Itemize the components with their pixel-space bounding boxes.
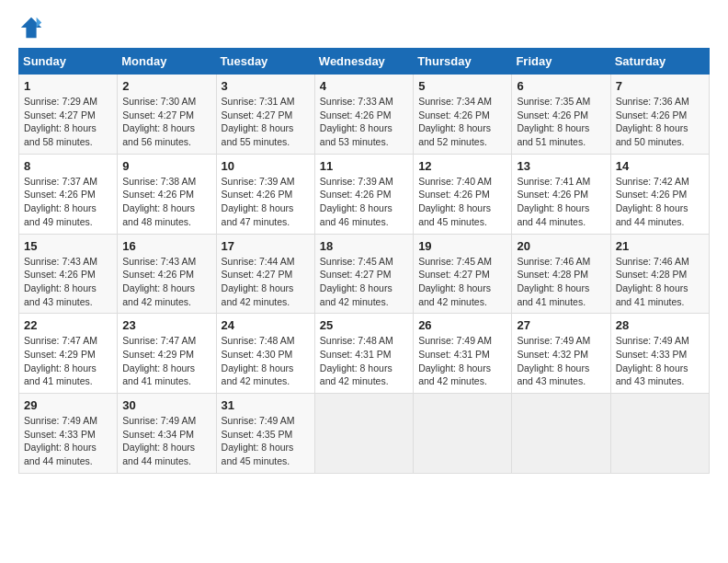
day-sunset: Sunset: 4:29 PM [122, 349, 194, 360]
day-daylight: Daylight: 8 hours and 41 minutes. [616, 282, 688, 307]
day-sunset: Sunset: 4:26 PM [517, 189, 588, 200]
day-daylight: Daylight: 8 hours and 41 minutes. [122, 362, 195, 387]
calendar-cell: 30 Sunrise: 7:49 AM Sunset: 4:34 PM Dayl… [118, 394, 216, 474]
calendar-cell: 29 Sunrise: 7:49 AM Sunset: 4:33 PM Dayl… [19, 394, 118, 474]
week-row-5: 29 Sunrise: 7:49 AM Sunset: 4:33 PM Dayl… [19, 394, 710, 474]
days-of-week-row: SundayMondayTuesdayWednesdayThursdayFrid… [19, 49, 710, 75]
day-number: 27 [517, 318, 605, 332]
day-sunrise: Sunrise: 7:49 AM [222, 415, 295, 426]
day-daylight: Daylight: 8 hours and 42 minutes. [222, 362, 294, 387]
day-sunset: Sunset: 4:26 PM [616, 109, 688, 121]
day-sunrise: Sunrise: 7:49 AM [616, 335, 689, 346]
day-number: 31 [222, 398, 310, 412]
calendar-cell: 19 Sunrise: 7:45 AM Sunset: 4:27 PM Dayl… [414, 234, 512, 314]
day-sunrise: Sunrise: 7:31 AM [222, 96, 295, 107]
calendar-cell: 12 Sunrise: 7:40 AM Sunset: 4:26 PM Dayl… [414, 154, 512, 234]
calendar-cell: 11 Sunrise: 7:39 AM Sunset: 4:26 PM Dayl… [314, 154, 413, 234]
day-number: 13 [517, 159, 605, 173]
day-sunset: Sunset: 4:34 PM [122, 429, 194, 440]
day-sunrise: Sunrise: 7:48 AM [222, 335, 295, 346]
day-daylight: Daylight: 8 hours and 48 minutes. [122, 202, 195, 227]
calendar-table: SundayMondayTuesdayWednesdayThursdayFrid… [18, 48, 710, 474]
day-sunset: Sunset: 4:29 PM [24, 349, 96, 360]
day-daylight: Daylight: 8 hours and 49 minutes. [24, 202, 97, 227]
day-sunset: Sunset: 4:28 PM [517, 269, 588, 280]
day-number: 19 [418, 239, 506, 253]
day-daylight: Daylight: 8 hours and 43 minutes. [24, 282, 97, 307]
day-sunrise: Sunrise: 7:30 AM [122, 96, 196, 107]
day-number: 30 [122, 398, 210, 412]
day-daylight: Daylight: 8 hours and 42 minutes. [418, 282, 491, 307]
calendar-cell: 10 Sunrise: 7:39 AM Sunset: 4:26 PM Dayl… [216, 154, 314, 234]
day-daylight: Daylight: 8 hours and 42 minutes. [222, 282, 294, 307]
day-number: 21 [616, 239, 704, 253]
week-row-2: 8 Sunrise: 7:37 AM Sunset: 4:26 PM Dayli… [19, 154, 710, 234]
day-number: 24 [222, 318, 310, 332]
day-sunset: Sunset: 4:31 PM [320, 349, 392, 360]
day-sunrise: Sunrise: 7:49 AM [418, 335, 492, 346]
day-number: 9 [122, 159, 210, 173]
day-sunset: Sunset: 4:31 PM [418, 349, 490, 360]
day-sunset: Sunset: 4:27 PM [222, 109, 293, 121]
day-daylight: Daylight: 8 hours and 47 minutes. [222, 202, 294, 227]
day-sunset: Sunset: 4:26 PM [616, 189, 688, 200]
day-daylight: Daylight: 8 hours and 55 minutes. [222, 122, 294, 147]
day-sunrise: Sunrise: 7:33 AM [320, 96, 393, 107]
calendar-cell: 31 Sunrise: 7:49 AM Sunset: 4:35 PM Dayl… [216, 394, 314, 474]
calendar-cell: 3 Sunrise: 7:31 AM Sunset: 4:27 PM Dayli… [216, 75, 314, 155]
day-daylight: Daylight: 8 hours and 44 minutes. [122, 442, 195, 466]
day-sunrise: Sunrise: 7:29 AM [24, 96, 97, 107]
day-sunset: Sunset: 4:27 PM [24, 109, 96, 121]
calendar-cell: 20 Sunrise: 7:46 AM Sunset: 4:28 PM Dayl… [512, 234, 610, 314]
day-daylight: Daylight: 8 hours and 41 minutes. [24, 362, 97, 387]
day-sunrise: Sunrise: 7:47 AM [122, 335, 196, 346]
day-number: 14 [616, 159, 704, 173]
day-daylight: Daylight: 8 hours and 41 minutes. [517, 282, 589, 307]
day-daylight: Daylight: 8 hours and 42 minutes. [418, 362, 491, 387]
calendar-cell: 27 Sunrise: 7:49 AM Sunset: 4:32 PM Dayl… [512, 314, 610, 394]
day-sunrise: Sunrise: 7:46 AM [517, 256, 590, 267]
dow-header-sunday: Sunday [19, 49, 118, 75]
dow-header-wednesday: Wednesday [314, 49, 413, 75]
day-sunset: Sunset: 4:26 PM [222, 189, 293, 200]
day-number: 29 [24, 398, 112, 412]
day-number: 6 [517, 79, 605, 93]
day-daylight: Daylight: 8 hours and 50 minutes. [616, 122, 688, 147]
calendar-cell [414, 394, 512, 474]
day-daylight: Daylight: 8 hours and 44 minutes. [517, 202, 589, 227]
dow-header-tuesday: Tuesday [216, 49, 314, 75]
week-row-3: 15 Sunrise: 7:43 AM Sunset: 4:26 PM Dayl… [19, 234, 710, 314]
day-daylight: Daylight: 8 hours and 58 minutes. [24, 122, 97, 147]
day-daylight: Daylight: 8 hours and 46 minutes. [320, 202, 392, 227]
calendar-cell: 13 Sunrise: 7:41 AM Sunset: 4:26 PM Dayl… [512, 154, 610, 234]
day-sunrise: Sunrise: 7:36 AM [616, 96, 689, 107]
day-daylight: Daylight: 8 hours and 44 minutes. [24, 442, 97, 466]
calendar-cell: 16 Sunrise: 7:43 AM Sunset: 4:26 PM Dayl… [118, 234, 216, 314]
day-sunset: Sunset: 4:28 PM [616, 269, 688, 280]
page-header [18, 15, 710, 40]
calendar-cell: 9 Sunrise: 7:38 AM Sunset: 4:26 PM Dayli… [118, 154, 216, 234]
day-number: 15 [24, 239, 112, 253]
calendar-cell: 25 Sunrise: 7:48 AM Sunset: 4:31 PM Dayl… [314, 314, 413, 394]
day-number: 25 [320, 318, 408, 332]
calendar-cell: 23 Sunrise: 7:47 AM Sunset: 4:29 PM Dayl… [118, 314, 216, 394]
calendar-cell: 21 Sunrise: 7:46 AM Sunset: 4:28 PM Dayl… [610, 234, 709, 314]
calendar-cell: 6 Sunrise: 7:35 AM Sunset: 4:26 PM Dayli… [512, 75, 610, 155]
day-number: 2 [122, 79, 210, 93]
day-sunrise: Sunrise: 7:48 AM [320, 335, 393, 346]
day-number: 18 [320, 239, 408, 253]
day-sunset: Sunset: 4:26 PM [24, 269, 96, 280]
day-sunrise: Sunrise: 7:49 AM [24, 415, 97, 426]
day-sunrise: Sunrise: 7:34 AM [418, 96, 492, 107]
day-daylight: Daylight: 8 hours and 42 minutes. [320, 362, 392, 387]
day-sunrise: Sunrise: 7:46 AM [616, 256, 689, 267]
calendar-cell: 5 Sunrise: 7:34 AM Sunset: 4:26 PM Dayli… [414, 75, 512, 155]
day-daylight: Daylight: 8 hours and 44 minutes. [616, 202, 688, 227]
calendar-cell: 22 Sunrise: 7:47 AM Sunset: 4:29 PM Dayl… [19, 314, 118, 394]
day-sunrise: Sunrise: 7:35 AM [517, 96, 590, 107]
day-number: 17 [222, 239, 310, 253]
week-row-4: 22 Sunrise: 7:47 AM Sunset: 4:29 PM Dayl… [19, 314, 710, 394]
day-sunset: Sunset: 4:26 PM [418, 109, 490, 121]
day-number: 23 [122, 318, 210, 332]
day-sunrise: Sunrise: 7:45 AM [418, 256, 492, 267]
